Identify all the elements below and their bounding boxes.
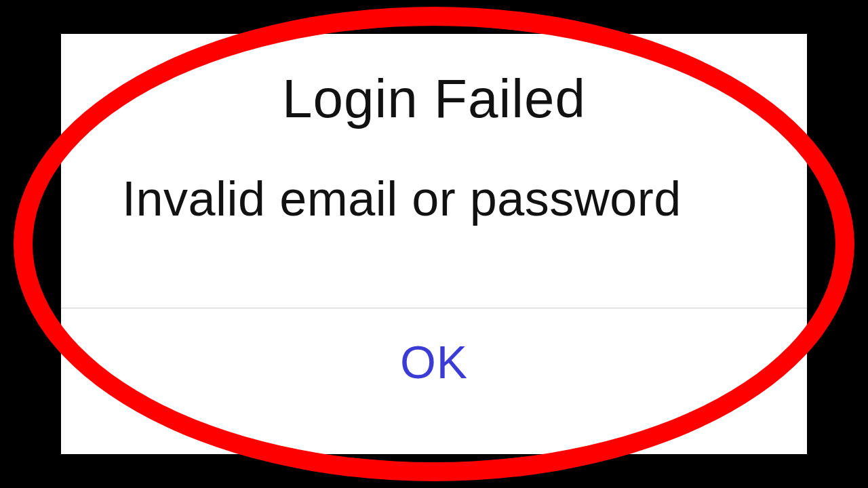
dialog-title: Login Failed [61,68,807,130]
ok-button[interactable]: OK [400,336,468,388]
dialog-button-row: OK [61,308,807,388]
login-failed-dialog: Login Failed Invalid email or password O… [61,34,807,454]
dialog-wrapper: Login Failed Invalid email or password O… [61,34,807,454]
dialog-message: Invalid email or password [61,171,807,226]
